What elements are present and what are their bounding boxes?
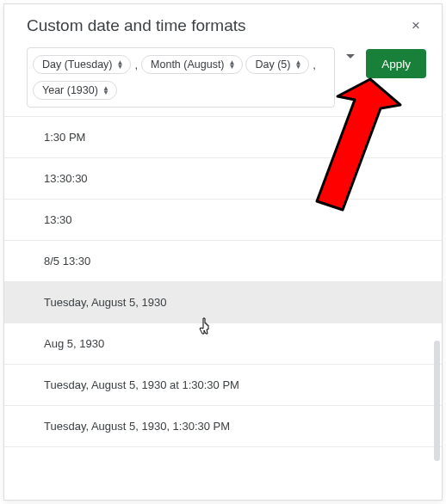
token-label: Day (Tuesday) [42,58,113,71]
token-month-name[interactable]: Month (August) ▲▼ [141,55,243,74]
token-year[interactable]: Year (1930) ▲▼ [33,81,117,100]
list-item[interactable]: Tuesday, August 5, 1930, 1:30:30 PM [4,406,442,447]
token-day-number[interactable]: Day (5) ▲▼ [245,55,309,74]
separator-comma: , [312,58,317,71]
stepper-icon: ▲▼ [294,60,301,69]
list-item[interactable]: Tuesday, August 5, 1930 [4,282,442,323]
separator-comma: , [133,58,139,71]
list-item[interactable]: 1:30 PM [4,117,442,158]
list-item[interactable]: Aug 5, 1930 [4,323,442,365]
list-item[interactable]: Tuesday, August 5, 1930 at 1:30:30 PM [4,365,442,406]
format-controls-row: Day (Tuesday) ▲▼ , Month (August) ▲▼ Day… [4,44,442,116]
stepper-icon: ▲▼ [117,60,124,69]
format-presets-list[interactable]: 1:30 PM 13:30:30 13:30 8/5 13:30 Tuesday… [4,116,442,500]
token-label: Year (1930) [42,84,98,96]
custom-datetime-dialog: Custom date and time formats × Day (Tues… [3,3,443,501]
list-item[interactable]: 13:30:30 [4,158,442,200]
dialog-header: Custom date and time formats × [4,4,442,44]
list-item[interactable]: 13:30 [4,200,442,241]
list-item[interactable]: 8/5 13:30 [4,241,442,282]
token-label: Month (August) [151,58,224,71]
token-label: Day (5) [255,58,290,71]
scrollbar-thumb[interactable] [434,341,440,461]
token-day-name[interactable]: Day (Tuesday) ▲▼ [33,55,131,74]
format-tokens-input[interactable]: Day (Tuesday) ▲▼ , Month (August) ▲▼ Day… [27,47,335,108]
stepper-icon: ▲▼ [229,60,236,69]
close-button[interactable]: × [407,17,424,34]
stepper-icon: ▲▼ [102,86,109,95]
add-token-dropdown[interactable] [342,47,359,59]
dialog-title: Custom date and time formats [27,16,246,35]
chevron-down-icon [346,54,355,59]
apply-button[interactable]: Apply [366,49,426,78]
